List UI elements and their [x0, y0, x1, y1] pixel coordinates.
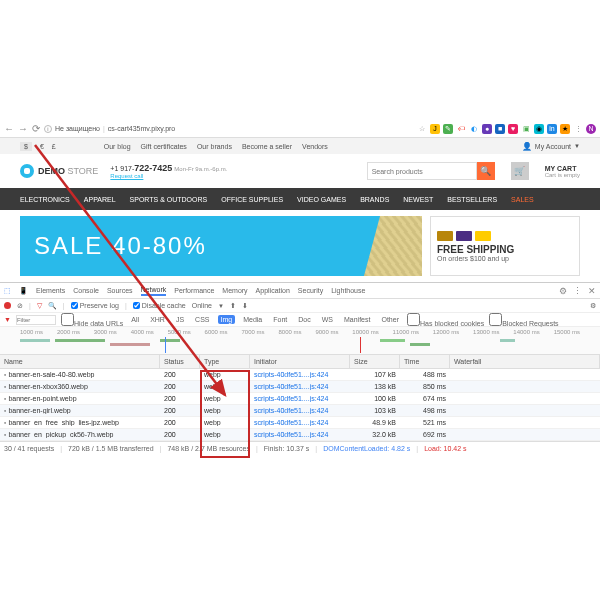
type-other[interactable]: Other	[378, 315, 402, 324]
col-type[interactable]: Type	[200, 355, 250, 368]
network-filters: ▼ Hide data URLs All XHR JS CSS Img Medi…	[0, 313, 600, 327]
type-doc[interactable]: Doc	[295, 315, 313, 324]
top-strip: $ € £ Our blog Gift certificates Our bra…	[0, 138, 600, 154]
link-seller[interactable]: Become a seller	[242, 143, 292, 150]
table-row[interactable]: ▫ banner-en-sale-40-80.webp200webpscript…	[0, 369, 600, 381]
type-img[interactable]: Img	[218, 315, 236, 324]
col-waterfall[interactable]: Waterfall	[450, 355, 600, 368]
more-icon[interactable]: ⋮	[573, 286, 582, 296]
tab-network[interactable]: Network	[141, 286, 167, 296]
cart-icon[interactable]: 🛒	[511, 162, 529, 180]
filter-toggle-icon[interactable]: ▽	[37, 302, 42, 310]
record-icon[interactable]	[4, 302, 11, 309]
blocked-requests[interactable]: Blocked Requests	[489, 313, 558, 327]
type-css[interactable]: CSS	[192, 315, 212, 324]
nav-office[interactable]: OFFICE SUPPLIES	[221, 196, 283, 203]
phone-block: +1 917-722-7425 Mon-Fr 9a.m.-6p.m. Reque…	[110, 163, 227, 179]
nav-brands[interactable]: BRANDS	[360, 196, 389, 203]
currency-gbp[interactable]: £	[52, 143, 56, 150]
col-time[interactable]: Time	[400, 355, 450, 368]
type-manifest[interactable]: Manifest	[341, 315, 373, 324]
gear-icon[interactable]: ⚙	[590, 302, 596, 310]
extension-icons: ☆ J ✎ 🏷 ◐ ● ■ ♥ ▣ ◉ in ★ ⋮ N	[417, 124, 596, 134]
table-row[interactable]: ▫ banner-en-point.webp200webpscripts-40d…	[0, 393, 600, 405]
tab-console[interactable]: Console	[73, 287, 99, 294]
link-blog[interactable]: Our blog	[104, 143, 131, 150]
browser-toolbar: ← → ⟳ i Не защищено | cs-cart435mv.pixy.…	[0, 120, 600, 138]
cart-text[interactable]: MY CART Cart is empty	[545, 165, 580, 178]
currency-usd[interactable]: $	[20, 142, 32, 151]
logo-icon	[20, 164, 34, 178]
tab-lighthouse[interactable]: Lighthouse	[331, 287, 365, 294]
back-icon[interactable]: ←	[4, 123, 14, 134]
settings-icon[interactable]: ⚙	[559, 286, 567, 296]
dhl-icon	[475, 231, 491, 241]
account-menu[interactable]: 👤 My Account ▼	[522, 142, 580, 151]
download-icon[interactable]: ⬇	[242, 302, 248, 310]
ups-icon	[437, 231, 453, 241]
upload-icon[interactable]: ⬆	[230, 302, 236, 310]
inspect-icon[interactable]: ⬚	[4, 287, 11, 295]
forward-icon[interactable]: →	[18, 123, 28, 134]
nav-sales[interactable]: SALES	[511, 196, 534, 203]
network-rows: ▫ banner-en-sale-40-80.webp200webpscript…	[0, 369, 600, 441]
col-status[interactable]: Status	[160, 355, 200, 368]
nav-sports[interactable]: SPORTS & OUTDOORS	[130, 196, 208, 203]
network-table-header: Name Status Type Initiator Size Time Wat…	[0, 355, 600, 369]
table-row[interactable]: ▫ banner_en_pickup_ck56-7h.webp200webpsc…	[0, 429, 600, 441]
link-vendors[interactable]: Vendors	[302, 143, 328, 150]
table-row[interactable]: ▫ banner-en-girl.webp200webpscripts-40df…	[0, 405, 600, 417]
sale-banner[interactable]: SALE 40-80%	[20, 216, 422, 276]
info-icon[interactable]: i	[44, 125, 52, 133]
tab-performance[interactable]: Performance	[174, 287, 214, 294]
col-initiator[interactable]: Initiator	[250, 355, 350, 368]
close-icon[interactable]: ✕	[588, 286, 596, 296]
table-row[interactable]: ▫ banner_en_free_ship_lies-jpz.webp200we…	[0, 417, 600, 429]
preserve-log-checkbox[interactable]: Preserve log	[71, 302, 119, 309]
disable-cache-checkbox[interactable]: Disable cache	[133, 302, 186, 309]
tab-application[interactable]: Application	[256, 287, 290, 294]
clear-icon[interactable]: ⊘	[17, 302, 23, 310]
filter-input[interactable]	[16, 315, 56, 325]
type-xhr[interactable]: XHR	[147, 315, 168, 324]
throttle-select[interactable]: Online	[192, 302, 212, 309]
site-header: DEMO STORE +1 917-722-7425 Mon-Fr 9a.m.-…	[0, 154, 600, 188]
timeline[interactable]: 1000 ms2000 ms3000 ms4000 ms5000 ms6000 …	[0, 327, 600, 355]
nav-best[interactable]: BESTSELLERS	[447, 196, 497, 203]
main-nav: ELECTRONICS APPAREL SPORTS & OUTDOORS OF…	[0, 188, 600, 210]
nav-games[interactable]: VIDEO GAMES	[297, 196, 346, 203]
col-name[interactable]: Name	[0, 355, 160, 368]
device-icon[interactable]: 📱	[19, 287, 28, 295]
blocked-cookies[interactable]: Has blocked cookies	[407, 313, 484, 327]
tab-sources[interactable]: Sources	[107, 287, 133, 294]
shipping-banner[interactable]: FREE SHIPPING On orders $100 and up	[430, 216, 580, 276]
type-all[interactable]: All	[128, 315, 142, 324]
search-icon[interactable]: 🔍	[48, 302, 57, 310]
col-size[interactable]: Size	[350, 355, 400, 368]
type-js[interactable]: JS	[173, 315, 187, 324]
search-input[interactable]	[367, 162, 477, 180]
nav-newest[interactable]: NEWEST	[403, 196, 433, 203]
type-media[interactable]: Media	[240, 315, 265, 324]
url-text: cs-cart435mv.pixy.pro	[108, 125, 175, 132]
link-brands[interactable]: Our brands	[197, 143, 232, 150]
type-ws[interactable]: WS	[319, 315, 336, 324]
link-gift[interactable]: Gift certificates	[141, 143, 187, 150]
search-button[interactable]: 🔍	[477, 162, 495, 180]
tab-elements[interactable]: Elements	[36, 287, 65, 294]
search-box: 🔍	[367, 162, 495, 180]
banner-row: SALE 40-80% FREE SHIPPING On orders $100…	[0, 210, 600, 282]
funnel-icon[interactable]: ▼	[4, 316, 11, 323]
currency-eur[interactable]: €	[40, 143, 44, 150]
type-font[interactable]: Font	[270, 315, 290, 324]
nav-electronics[interactable]: ELECTRONICS	[20, 196, 70, 203]
address-bar[interactable]: i Не защищено | cs-cart435mv.pixy.pro	[44, 125, 175, 133]
request-call-link[interactable]: Request call	[110, 173, 227, 179]
logo[interactable]: DEMO STORE	[20, 164, 98, 178]
tab-memory[interactable]: Memory	[222, 287, 247, 294]
reload-icon[interactable]: ⟳	[32, 123, 40, 134]
hide-data-urls[interactable]: Hide data URLs	[61, 313, 123, 327]
nav-apparel[interactable]: APPAREL	[84, 196, 116, 203]
table-row[interactable]: ▫ banner-en-xbox360.webp200webpscripts-4…	[0, 381, 600, 393]
tab-security[interactable]: Security	[298, 287, 323, 294]
